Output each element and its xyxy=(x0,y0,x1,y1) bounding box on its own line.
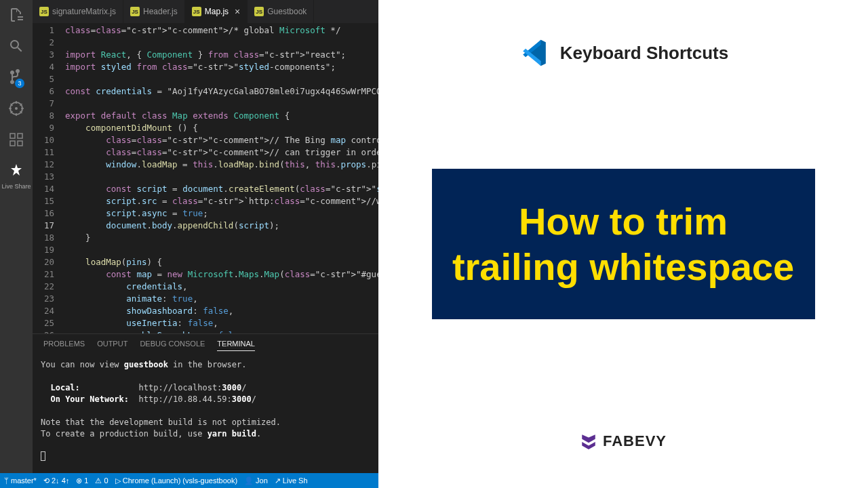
panel-tab-terminal[interactable]: TERMINAL xyxy=(217,340,255,351)
line-gutter: 1234567891011121314151617181920212223242… xyxy=(33,23,65,333)
status-branch[interactable]: ᛘ master* xyxy=(4,476,37,485)
liveshare-icon[interactable] xyxy=(7,161,26,180)
explorer-icon[interactable] xyxy=(7,5,26,24)
scm-icon[interactable]: 3 xyxy=(7,68,26,87)
scm-badge: 3 xyxy=(15,79,24,88)
tab-bar: JSsignatureMatrix.jsJSHeader.jsJSMap.js×… xyxy=(33,0,378,23)
promo-title-box: How to trim trailing whitespace xyxy=(432,169,815,319)
vscode-window: 3 Live Share JSsignatureMatrix.jsJSHeade… xyxy=(0,0,378,488)
terminal-cursor xyxy=(41,451,45,461)
tab-header-js[interactable]: JSHeader.js xyxy=(123,0,185,23)
status-liveshare[interactable]: ↗ Live Sh xyxy=(275,476,308,485)
js-file-icon: JS xyxy=(192,7,201,16)
tab-signaturematrix-js[interactable]: JSsignatureMatrix.js xyxy=(33,0,123,23)
js-file-icon: JS xyxy=(39,7,49,16)
tab-map-js[interactable]: JSMap.js× xyxy=(185,0,248,23)
js-file-icon: JS xyxy=(254,7,264,16)
terminal-output[interactable]: You can now view guestbook in the browse… xyxy=(41,357,378,464)
promo-title: How to trim trailing whitespace xyxy=(452,199,795,289)
brand-name: FABEVY xyxy=(603,432,667,450)
activity-bar: 3 Live Share xyxy=(0,0,33,473)
panel-tab-debug-console[interactable]: DEBUG CONSOLE xyxy=(140,340,205,351)
svg-point-1 xyxy=(15,107,18,110)
extensions-icon[interactable] xyxy=(7,130,26,149)
status-errors[interactable]: ⊗ 1 xyxy=(76,476,88,485)
status-warnings[interactable]: ⚠ 0 xyxy=(95,476,108,485)
main-area: JSsignatureMatrix.jsJSHeader.jsJSMap.js×… xyxy=(33,0,378,473)
panel-tab-output[interactable]: OUTPUT xyxy=(97,340,127,351)
code-area[interactable]: class=class="c-str">"c-comment">/* globa… xyxy=(65,23,378,333)
promo-header: Keyboard Shortcuts xyxy=(518,37,729,69)
status-bar: ᛘ master* ⟲ 2↓ 4↑ ⊗ 1 ⚠ 0 ▷ Chrome (Laun… xyxy=(0,473,378,488)
bottom-panel: PROBLEMSOUTPUTDEBUG CONSOLETERMINAL You … xyxy=(33,333,378,473)
vscode-body: 3 Live Share JSsignatureMatrix.jsJSHeade… xyxy=(0,0,378,473)
promo-brand: FABEVY xyxy=(580,432,667,450)
brand-icon xyxy=(580,432,597,450)
close-icon[interactable]: × xyxy=(235,6,240,17)
panel-tab-problems[interactable]: PROBLEMS xyxy=(43,340,85,351)
promo-header-text: Keyboard Shortcuts xyxy=(560,43,729,64)
editor[interactable]: 1234567891011121314151617181920212223242… xyxy=(33,23,378,333)
promo-panel: Keyboard Shortcuts How to trim trailing … xyxy=(378,0,868,488)
status-user[interactable]: 👤 Jon xyxy=(244,476,268,485)
vscode-logo-icon xyxy=(518,37,551,69)
liveshare-label: Live Share xyxy=(1,183,31,190)
panel-tabs: PROBLEMSOUTPUTDEBUG CONSOLETERMINAL xyxy=(41,334,378,357)
tab-guestbook[interactable]: JSGuestbook xyxy=(248,0,314,23)
js-file-icon: JS xyxy=(130,7,140,16)
status-launch[interactable]: ▷ Chrome (Launch) (vsls-guestbook) xyxy=(115,476,237,485)
search-icon[interactable] xyxy=(7,37,26,56)
status-sync[interactable]: ⟲ 2↓ 4↑ xyxy=(43,476,69,485)
debug-icon[interactable] xyxy=(7,99,26,118)
